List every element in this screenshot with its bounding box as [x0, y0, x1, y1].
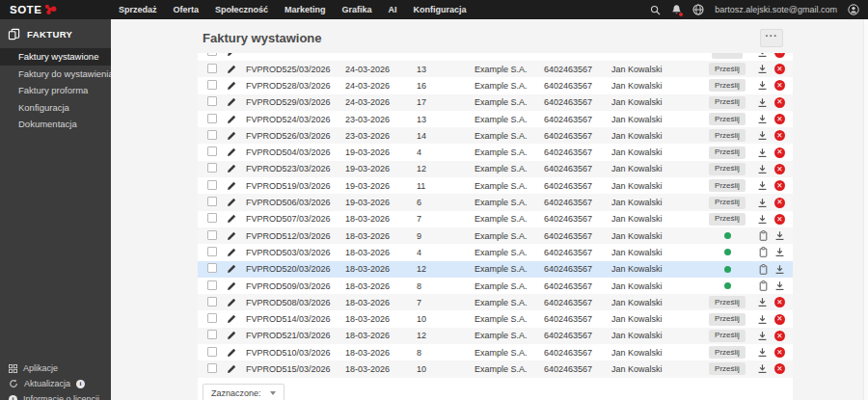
edit-icon[interactable]	[227, 348, 246, 358]
download-icon[interactable]	[757, 297, 768, 307]
send-button[interactable]: Prześlij	[709, 63, 746, 75]
row-checkbox[interactable]	[207, 130, 217, 140]
delete-icon[interactable]: ✕	[774, 147, 785, 158]
delete-icon[interactable]: ✕	[774, 80, 785, 91]
row-checkbox[interactable]	[207, 263, 217, 273]
sote-logo[interactable]: SOTE	[0, 4, 109, 15]
row-checkbox[interactable]	[207, 64, 217, 73]
row-checkbox[interactable]	[207, 147, 217, 156]
download-icon[interactable]	[774, 280, 785, 291]
account-email[interactable]: bartosz.alejski.sote@gmail.com	[715, 5, 837, 14]
invoice-row[interactable]: FVPROD519/03/202619-03-202611Example S.A…	[198, 177, 793, 194]
topbar-menu-oferta[interactable]: Oferta	[174, 5, 200, 14]
sidebar-item-dokumentacja[interactable]: Dokumentacja	[0, 116, 111, 133]
edit-icon[interactable]	[227, 281, 246, 291]
invoice-row[interactable]: FVPROD526/03/202623-03-202614Example S.A…	[198, 127, 793, 144]
invoice-row[interactable]: FVPROD515/03/202618-03-202610Example S.A…	[198, 360, 793, 377]
topbar-menu-grafika[interactable]: Grafika	[342, 5, 372, 14]
download-icon[interactable]	[757, 198, 768, 208]
row-checkbox[interactable]	[207, 330, 217, 339]
row-checkbox[interactable]	[207, 247, 217, 256]
delete-icon[interactable]: ✕	[774, 53, 785, 58]
invoice-row[interactable]: FVPROD514/03/202618-03-202610Example S.A…	[198, 310, 793, 327]
send-button[interactable]: Prześlij	[709, 330, 746, 342]
row-checkbox[interactable]	[207, 114, 217, 123]
row-checkbox[interactable]	[207, 213, 217, 223]
search-icon[interactable]	[650, 5, 661, 15]
send-button[interactable]: Prześlij	[709, 179, 746, 192]
delete-icon[interactable]: ✕	[774, 214, 785, 225]
download-icon[interactable]	[757, 214, 768, 225]
download-icon[interactable]	[757, 114, 768, 124]
edit-icon[interactable]	[227, 248, 246, 257]
delete-icon[interactable]: ✕	[774, 314, 785, 325]
invoice-row[interactable]: FVPROD520/03/202618-03-202612Example S.A…	[198, 261, 793, 278]
edit-icon[interactable]	[227, 231, 246, 241]
invoice-row[interactable]: FVPROD509/03/202618-03-20268Example S.A.…	[198, 278, 793, 294]
edit-icon[interactable]	[227, 147, 246, 157]
edit-icon[interactable]	[227, 364, 246, 374]
send-button[interactable]: Prześlij	[709, 129, 746, 142]
invoice-row[interactable]: FVPROD512/03/202618-03-20269Example S.A.…	[198, 227, 793, 244]
send-button[interactable]: Prześlij	[709, 147, 746, 159]
sidebar-item-faktury-do-wystawienia[interactable]: Faktury do wystawienia	[0, 66, 111, 83]
invoice-row[interactable]: FVPROD507/03/202618-03-20267Example S.A.…	[198, 211, 793, 227]
row-checkbox[interactable]	[207, 363, 217, 373]
send-button[interactable]: Prześlij	[709, 346, 746, 359]
row-checkbox[interactable]	[207, 80, 217, 90]
sidebar-item-aplikacje[interactable]: Aplikacje	[0, 360, 111, 376]
row-checkbox[interactable]	[207, 347, 217, 357]
delete-icon[interactable]: ✕	[774, 347, 785, 358]
download-icon[interactable]	[757, 64, 768, 74]
send-button[interactable]: Prześlij	[709, 96, 746, 109]
sidebar-item-faktury-wystawione[interactable]: Faktury wystawione	[0, 48, 111, 66]
copy-icon[interactable]	[759, 230, 768, 241]
row-checkbox[interactable]	[207, 96, 217, 106]
send-button[interactable]: Prześlij	[709, 362, 746, 375]
edit-icon[interactable]	[227, 164, 246, 173]
row-checkbox[interactable]	[207, 313, 217, 323]
user-account-icon[interactable]	[848, 4, 859, 15]
download-icon[interactable]	[757, 130, 768, 141]
edit-icon[interactable]	[227, 131, 246, 141]
topbar-menu-konfiguracja[interactable]: Konfiguracja	[414, 5, 467, 14]
edit-icon[interactable]	[227, 314, 246, 324]
edit-icon[interactable]	[227, 65, 246, 74]
copy-icon[interactable]	[759, 247, 768, 257]
delete-icon[interactable]: ✕	[774, 64, 785, 74]
row-checkbox[interactable]	[207, 230, 217, 240]
delete-icon[interactable]: ✕	[774, 164, 785, 174]
delete-icon[interactable]: ✕	[774, 114, 785, 124]
send-button[interactable]: Prześlij	[709, 313, 746, 326]
send-button[interactable]	[712, 53, 743, 59]
download-icon[interactable]	[757, 180, 768, 191]
download-icon[interactable]	[757, 363, 768, 374]
edit-icon[interactable]	[227, 264, 246, 274]
invoice-row[interactable]: FVPROD523/03/202619-03-202612Example S.A…	[198, 161, 793, 177]
send-button[interactable]: Prześlij	[709, 296, 746, 308]
download-icon[interactable]	[757, 97, 768, 108]
send-button[interactable]: Prześlij	[709, 113, 746, 125]
delete-icon[interactable]: ✕	[774, 331, 785, 341]
copy-icon[interactable]	[759, 264, 768, 275]
download-icon[interactable]	[757, 347, 768, 358]
edit-icon[interactable]	[227, 331, 246, 340]
sidebar-item-konfiguracja[interactable]: Konfiguracja	[0, 99, 111, 117]
edit-icon[interactable]	[227, 214, 246, 224]
download-icon[interactable]	[774, 230, 785, 241]
row-checkbox[interactable]	[207, 280, 217, 290]
edit-icon[interactable]	[227, 115, 246, 124]
download-icon[interactable]	[757, 164, 768, 174]
delete-icon[interactable]: ✕	[774, 297, 785, 307]
language-globe-icon[interactable]	[692, 4, 704, 15]
send-button[interactable]: Prześlij	[709, 163, 746, 175]
notifications-bell-icon[interactable]	[671, 4, 682, 15]
selected-actions-dropdown[interactable]: Zaznaczone:	[203, 384, 285, 400]
invoice-row[interactable]: FVPROD524/03/202623-03-202613Example S.A…	[198, 111, 793, 127]
download-icon[interactable]	[757, 53, 768, 58]
row-checkbox[interactable]	[207, 297, 217, 307]
scrollbar-track[interactable]	[863, 19, 868, 400]
send-button[interactable]: Prześlij	[709, 79, 746, 92]
download-icon[interactable]	[774, 264, 785, 275]
invoice-row[interactable]: FVPROD506/03/202619-03-20266Example S.A.…	[198, 194, 793, 210]
